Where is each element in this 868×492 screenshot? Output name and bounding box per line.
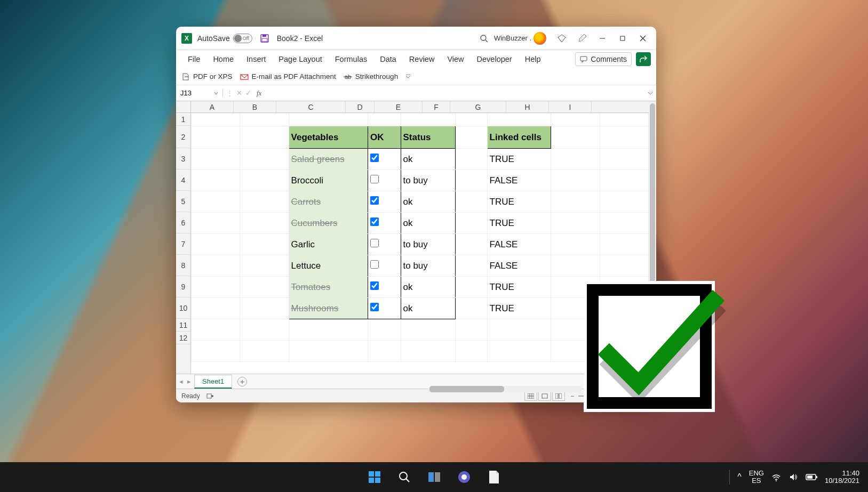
tab-file[interactable]: File bbox=[181, 52, 206, 67]
col-header[interactable]: H bbox=[506, 101, 549, 112]
cell[interactable] bbox=[456, 170, 487, 191]
tray-overflow-icon[interactable]: ^ bbox=[737, 472, 742, 482]
cell[interactable] bbox=[289, 319, 368, 341]
qat-pdf-xps[interactable]: PDF or XPS bbox=[181, 72, 233, 81]
autosave-toggle[interactable]: AutoSave Off bbox=[197, 34, 252, 43]
vegetable-cell[interactable]: Lettuce bbox=[289, 255, 368, 277]
checkbox-cell[interactable] bbox=[368, 277, 401, 298]
cell[interactable] bbox=[192, 255, 240, 277]
cell[interactable] bbox=[456, 234, 487, 255]
linked-cell[interactable]: TRUE bbox=[487, 149, 551, 170]
cell[interactable] bbox=[600, 213, 648, 234]
checkbox-cell[interactable] bbox=[368, 234, 401, 255]
cell[interactable] bbox=[240, 234, 289, 255]
checkbox-cell[interactable] bbox=[368, 170, 401, 191]
cell[interactable] bbox=[551, 213, 600, 234]
maximize-button[interactable] bbox=[612, 28, 633, 49]
windows-taskbar[interactable]: ^ ENG ES 11:40 10/18/2021 bbox=[0, 462, 868, 492]
cell[interactable] bbox=[289, 114, 368, 126]
clock[interactable]: 11:40 10/18/2021 bbox=[825, 470, 859, 485]
row-header[interactable]: 3 bbox=[176, 148, 190, 170]
comments-button[interactable]: Comments bbox=[575, 52, 632, 66]
macro-record-icon[interactable] bbox=[206, 392, 214, 400]
taskbar-search-button[interactable] bbox=[393, 465, 416, 489]
row-header[interactable]: 10 bbox=[176, 297, 190, 319]
cell[interactable] bbox=[600, 191, 648, 213]
cell[interactable] bbox=[192, 234, 240, 255]
checkbox-control[interactable] bbox=[370, 281, 379, 290]
status-cell[interactable]: ok bbox=[401, 213, 456, 234]
row-header[interactable]: 12 bbox=[176, 332, 190, 344]
cell[interactable] bbox=[600, 126, 648, 149]
account-avatar[interactable] bbox=[533, 32, 546, 45]
qat-customize[interactable] bbox=[405, 74, 411, 79]
checkbox-control[interactable] bbox=[370, 154, 379, 162]
cell[interactable] bbox=[401, 114, 456, 126]
status-cell[interactable]: ok bbox=[401, 298, 456, 319]
cell[interactable] bbox=[240, 298, 289, 319]
cell[interactable] bbox=[487, 341, 551, 362]
cell[interactable] bbox=[456, 114, 487, 126]
close-button[interactable] bbox=[633, 28, 653, 49]
tab-home[interactable]: Home bbox=[206, 52, 240, 67]
cell[interactable] bbox=[456, 277, 487, 298]
status-cell[interactable]: ok bbox=[401, 277, 456, 298]
checkbox-control[interactable] bbox=[370, 175, 379, 183]
row-header[interactable]: 2 bbox=[176, 126, 190, 148]
cell[interactable] bbox=[192, 170, 240, 191]
vegetable-cell[interactable]: Mushrooms bbox=[289, 298, 368, 319]
cell[interactable]: Status bbox=[401, 126, 456, 149]
view-page-layout-icon[interactable] bbox=[538, 391, 551, 401]
formula-input[interactable] bbox=[266, 85, 644, 101]
column-headers[interactable]: A B C D E F G H I bbox=[191, 101, 649, 113]
checkbox-control[interactable] bbox=[370, 217, 379, 226]
cell[interactable] bbox=[401, 341, 456, 362]
row-header[interactable]: 1 bbox=[176, 113, 190, 126]
save-button[interactable] bbox=[260, 34, 269, 43]
fx-icon[interactable]: fx bbox=[257, 89, 261, 98]
sheet-next-icon[interactable]: ▸ bbox=[187, 377, 191, 385]
cell[interactable] bbox=[240, 341, 289, 362]
cell[interactable] bbox=[456, 341, 487, 362]
cell[interactable] bbox=[456, 319, 487, 341]
checkbox-cell[interactable] bbox=[368, 255, 401, 277]
wifi-icon[interactable] bbox=[771, 472, 781, 482]
status-cell[interactable]: to buy bbox=[401, 170, 456, 191]
checkbox-control[interactable] bbox=[370, 239, 379, 247]
expand-formula-bar[interactable] bbox=[644, 91, 656, 96]
checkbox-cell[interactable] bbox=[368, 149, 401, 170]
task-view-button[interactable] bbox=[423, 465, 446, 489]
start-button[interactable] bbox=[363, 465, 386, 489]
tab-developer[interactable]: Developer bbox=[471, 52, 519, 67]
vegetable-cell[interactable]: Salad greens bbox=[289, 149, 368, 170]
linked-cell[interactable]: TRUE bbox=[487, 277, 551, 298]
status-cell[interactable]: to buy bbox=[401, 234, 456, 255]
share-button[interactable] bbox=[636, 52, 651, 66]
col-header[interactable]: A bbox=[191, 101, 234, 112]
row-header[interactable]: 4 bbox=[176, 170, 190, 191]
checkbox-cell[interactable] bbox=[368, 191, 401, 213]
row-header[interactable]: 5 bbox=[176, 191, 190, 212]
cell[interactable] bbox=[368, 114, 401, 126]
linked-cell[interactable]: FALSE bbox=[487, 255, 551, 277]
linked-cell[interactable]: FALSE bbox=[487, 170, 551, 191]
col-header[interactable]: I bbox=[549, 101, 592, 112]
cell[interactable] bbox=[401, 319, 456, 341]
checkbox-cell[interactable] bbox=[368, 213, 401, 234]
row-header[interactable]: 6 bbox=[176, 212, 190, 233]
taskbar-teams-icon[interactable] bbox=[452, 465, 476, 489]
taskbar-file-icon[interactable] bbox=[482, 465, 506, 489]
cell[interactable] bbox=[456, 149, 487, 170]
cell[interactable] bbox=[192, 277, 240, 298]
select-all-cells[interactable] bbox=[176, 101, 191, 113]
col-header[interactable]: E bbox=[375, 101, 423, 112]
cell[interactable] bbox=[600, 114, 648, 126]
vegetable-cell[interactable]: Cucumbers bbox=[289, 213, 368, 234]
linked-cell[interactable]: TRUE bbox=[487, 191, 551, 213]
cell[interactable] bbox=[192, 213, 240, 234]
status-cell[interactable]: ok bbox=[401, 191, 456, 213]
volume-icon[interactable] bbox=[789, 472, 798, 482]
col-header[interactable]: F bbox=[423, 101, 450, 112]
diamond-icon[interactable] bbox=[552, 28, 572, 49]
tab-review[interactable]: Review bbox=[403, 52, 441, 67]
